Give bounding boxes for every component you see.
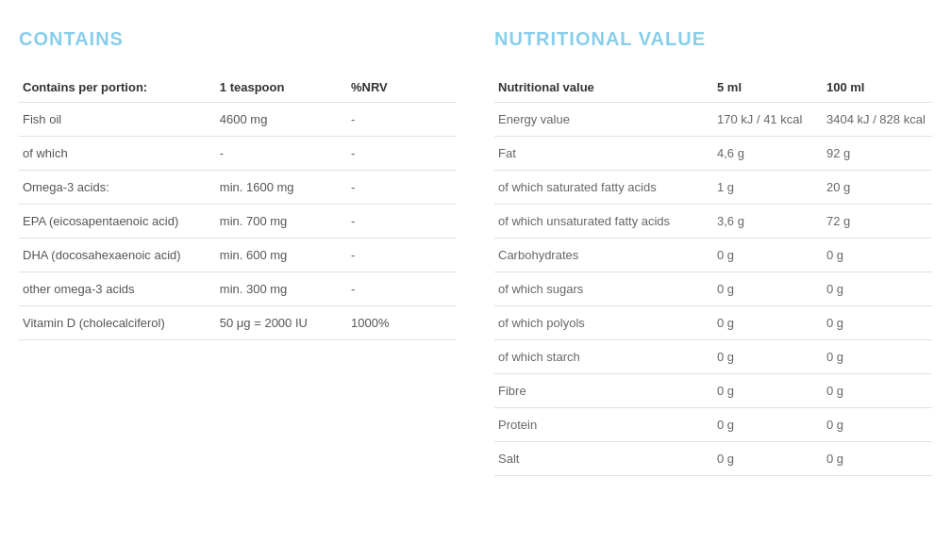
nutri-row-5ml: 0 g (713, 442, 823, 476)
nutri-row-name: Salt (494, 442, 713, 476)
nutri-row-100ml: 72 g (823, 205, 932, 239)
nutri-row-100ml: 0 g (823, 340, 932, 374)
nutri-row-name: of which sugars (494, 272, 713, 306)
contains-row-nrv: - (347, 171, 457, 205)
nutri-row-name: of which saturated fatty acids (494, 171, 713, 205)
contains-header-portion: 1 teaspoon (216, 73, 347, 103)
nutri-row-100ml: 3404 kJ / 828 kcal (823, 103, 932, 137)
contains-row-portion: min. 700 mg (216, 205, 347, 239)
nutri-row-name: Fibre (494, 374, 713, 408)
nutri-row-5ml: 170 kJ / 41 kcal (713, 103, 823, 137)
nutri-row-5ml: 0 g (713, 272, 823, 306)
nutri-row-name: Protein (494, 408, 713, 442)
table-row: Vitamin D (cholecalciferol) 50 μg = 2000… (19, 306, 457, 340)
contains-row-portion: 4600 mg (216, 103, 347, 137)
contains-row-name: Omega-3 acids: (19, 171, 216, 205)
contains-row-nrv: - (347, 239, 457, 272)
contains-header-name: Contains per portion: (19, 73, 216, 103)
nutri-row-100ml: 0 g (823, 239, 932, 272)
nutri-row-100ml: 0 g (823, 374, 932, 408)
contains-row-portion: - (216, 137, 347, 171)
nutri-row-5ml: 3,6 g (713, 205, 823, 239)
nutri-row-5ml: 0 g (713, 408, 823, 442)
nutri-row-name: of which polyols (494, 306, 713, 340)
contains-row-name: other omega-3 acids (19, 272, 216, 306)
table-row: of which polyols 0 g 0 g (494, 306, 932, 340)
nutri-header-5ml: 5 ml (713, 73, 823, 103)
table-row: of which sugars 0 g 0 g (494, 272, 932, 306)
contains-row-nrv: - (347, 137, 457, 171)
table-row: Omega-3 acids: min. 1600 mg - (19, 171, 457, 205)
contains-row-portion: min. 600 mg (216, 239, 347, 272)
nutritional-header-row: Nutritional value 5 ml 100 ml (494, 73, 932, 103)
contains-row-portion: min. 1600 mg (216, 171, 347, 205)
contains-panel: CONTAINS Contains per portion: 1 teaspoo… (19, 28, 457, 476)
contains-row-name: Fish oil (19, 103, 216, 137)
nutri-row-100ml: 20 g (823, 171, 932, 205)
contains-row-nrv: - (347, 205, 457, 239)
table-row: of which - - (19, 137, 457, 171)
table-row: of which saturated fatty acids 1 g 20 g (494, 171, 932, 205)
table-row: Salt 0 g 0 g (494, 442, 932, 476)
nutri-row-100ml: 92 g (823, 137, 932, 171)
contains-row-portion: min. 300 mg (216, 272, 347, 306)
nutri-row-name: Fat (494, 137, 713, 171)
nutri-row-5ml: 4,6 g (713, 137, 823, 171)
nutri-row-5ml: 0 g (713, 374, 823, 408)
table-row: Energy value 170 kJ / 41 kcal 3404 kJ / … (494, 103, 932, 137)
contains-row-nrv: - (347, 272, 457, 306)
nutri-row-100ml: 0 g (823, 408, 932, 442)
contains-header-row: Contains per portion: 1 teaspoon %NRV (19, 73, 457, 103)
contains-row-name: Vitamin D (cholecalciferol) (19, 306, 216, 340)
contains-header-nrv: %NRV (347, 73, 457, 103)
table-row: Fish oil 4600 mg - (19, 103, 457, 137)
nutri-row-5ml: 1 g (713, 171, 823, 205)
nutri-header-100ml: 100 ml (823, 73, 932, 103)
table-row: other omega-3 acids min. 300 mg - (19, 272, 457, 306)
nutri-row-name: of which unsaturated fatty acids (494, 205, 713, 239)
table-row: Fibre 0 g 0 g (494, 374, 932, 408)
nutri-row-5ml: 0 g (713, 306, 823, 340)
nutri-row-name: Carbohydrates (494, 239, 713, 272)
table-row: of which starch 0 g 0 g (494, 340, 932, 374)
nutri-row-100ml: 0 g (823, 272, 932, 306)
main-layout: CONTAINS Contains per portion: 1 teaspoo… (19, 28, 932, 476)
contains-row-name: of which (19, 137, 216, 171)
table-row: Fat 4,6 g 92 g (494, 137, 932, 171)
contains-table: Contains per portion: 1 teaspoon %NRV Fi… (19, 73, 457, 340)
nutritional-table: Nutritional value 5 ml 100 ml Energy val… (494, 73, 932, 476)
contains-row-name: DHA (docosahexaenoic acid) (19, 239, 216, 272)
contains-title: CONTAINS (19, 28, 457, 50)
contains-row-nrv: 1000% (347, 306, 457, 340)
contains-row-nrv: - (347, 103, 457, 137)
nutri-row-5ml: 0 g (713, 340, 823, 374)
nutri-row-100ml: 0 g (823, 306, 932, 340)
nutri-row-name: Energy value (494, 103, 713, 137)
nutri-row-100ml: 0 g (823, 442, 932, 476)
table-row: of which unsaturated fatty acids 3,6 g 7… (494, 205, 932, 239)
table-row: EPA (eicosapentaenoic acid) min. 700 mg … (19, 205, 457, 239)
nutri-row-name: of which starch (494, 340, 713, 374)
table-row: Carbohydrates 0 g 0 g (494, 239, 932, 272)
contains-row-name: EPA (eicosapentaenoic acid) (19, 205, 216, 239)
table-row: Protein 0 g 0 g (494, 408, 932, 442)
table-row: DHA (docosahexaenoic acid) min. 600 mg - (19, 239, 457, 272)
contains-row-portion: 50 μg = 2000 IU (216, 306, 347, 340)
nutritional-title: NUTRITIONAL VALUE (494, 28, 932, 50)
nutri-row-5ml: 0 g (713, 239, 823, 272)
nutritional-panel: NUTRITIONAL VALUE Nutritional value 5 ml… (494, 28, 932, 476)
nutri-header-name: Nutritional value (494, 73, 713, 103)
